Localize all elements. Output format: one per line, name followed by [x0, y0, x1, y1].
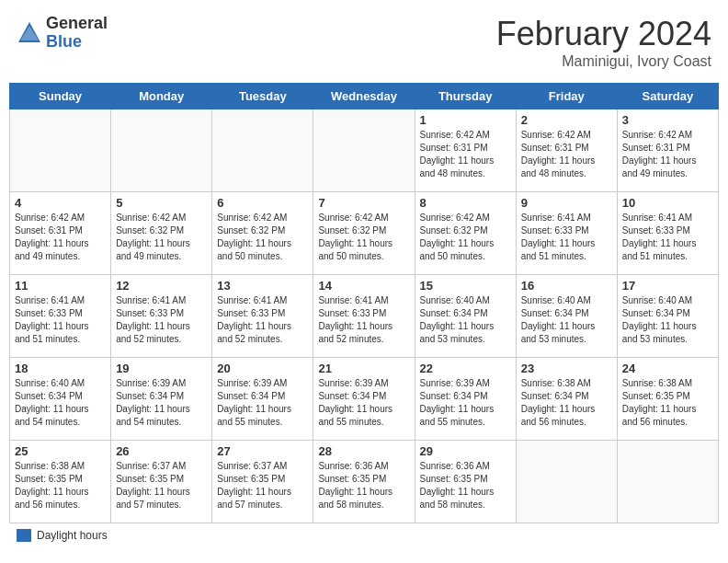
column-header-sunday: Sunday [10, 84, 111, 109]
day-number: 1 [420, 113, 511, 127]
calendar-cell [111, 109, 212, 192]
calendar-cell: 2Sunrise: 6:42 AM Sunset: 6:31 PM Daylig… [516, 109, 617, 192]
calendar-cell: 5Sunrise: 6:42 AM Sunset: 6:32 PM Daylig… [111, 192, 212, 275]
calendar-cell: 15Sunrise: 6:40 AM Sunset: 6:34 PM Dayli… [415, 275, 516, 358]
day-number: 27 [217, 444, 308, 458]
calendar-cell [313, 109, 415, 192]
day-info: Sunrise: 6:41 AM Sunset: 6:33 PM Dayligh… [318, 294, 409, 346]
calendar-cell: 11Sunrise: 6:41 AM Sunset: 6:33 PM Dayli… [10, 275, 111, 358]
title-area: February 2024 Maminigui, Ivory Coast [496, 15, 711, 70]
day-number: 16 [521, 279, 612, 293]
calendar-cell: 10Sunrise: 6:41 AM Sunset: 6:33 PM Dayli… [617, 192, 718, 275]
day-number: 20 [217, 362, 308, 375]
day-number: 25 [15, 444, 106, 458]
day-info: Sunrise: 6:40 AM Sunset: 6:34 PM Dayligh… [521, 294, 612, 346]
day-number: 5 [116, 196, 207, 210]
column-header-tuesday: Tuesday [212, 84, 313, 109]
day-number: 17 [622, 279, 713, 293]
calendar-week-row: 25Sunrise: 6:38 AM Sunset: 6:35 PM Dayli… [10, 441, 719, 523]
calendar-cell: 19Sunrise: 6:39 AM Sunset: 6:34 PM Dayli… [111, 358, 212, 441]
day-info: Sunrise: 6:36 AM Sunset: 6:35 PM Dayligh… [318, 460, 409, 511]
day-info: Sunrise: 6:42 AM Sunset: 6:31 PM Dayligh… [622, 129, 713, 180]
day-number: 23 [521, 362, 612, 375]
calendar-week-row: 4Sunrise: 6:42 AM Sunset: 6:31 PM Daylig… [10, 192, 719, 275]
calendar-cell: 13Sunrise: 6:41 AM Sunset: 6:33 PM Dayli… [212, 275, 313, 358]
legend: Daylight hours [9, 529, 719, 542]
svg-marker-1 [20, 26, 39, 40]
calendar-cell: 26Sunrise: 6:37 AM Sunset: 6:35 PM Dayli… [111, 441, 212, 523]
calendar-cell: 25Sunrise: 6:38 AM Sunset: 6:35 PM Dayli… [10, 441, 111, 523]
calendar-cell: 6Sunrise: 6:42 AM Sunset: 6:32 PM Daylig… [212, 192, 313, 275]
calendar-title: February 2024 [496, 15, 711, 53]
day-number: 10 [622, 196, 713, 210]
calendar-cell: 27Sunrise: 6:37 AM Sunset: 6:35 PM Dayli… [212, 441, 313, 523]
day-info: Sunrise: 6:42 AM Sunset: 6:32 PM Dayligh… [420, 212, 511, 263]
calendar-week-row: 18Sunrise: 6:40 AM Sunset: 6:34 PM Dayli… [10, 358, 719, 441]
day-info: Sunrise: 6:42 AM Sunset: 6:32 PM Dayligh… [318, 212, 409, 263]
calendar-cell: 14Sunrise: 6:41 AM Sunset: 6:33 PM Dayli… [313, 275, 415, 358]
day-number: 22 [420, 362, 511, 375]
calendar-subtitle: Maminigui, Ivory Coast [496, 53, 711, 70]
calendar-cell: 8Sunrise: 6:42 AM Sunset: 6:32 PM Daylig… [415, 192, 516, 275]
day-number: 21 [318, 362, 409, 375]
logo-icon [17, 20, 42, 46]
calendar-cell [212, 109, 313, 192]
day-info: Sunrise: 6:40 AM Sunset: 6:34 PM Dayligh… [15, 377, 106, 429]
day-number: 7 [318, 196, 409, 210]
day-info: Sunrise: 6:41 AM Sunset: 6:33 PM Dayligh… [217, 294, 308, 346]
calendar-cell: 18Sunrise: 6:40 AM Sunset: 6:34 PM Dayli… [10, 358, 111, 441]
calendar-week-row: 11Sunrise: 6:41 AM Sunset: 6:33 PM Dayli… [10, 275, 719, 358]
column-header-wednesday: Wednesday [313, 84, 415, 109]
calendar-cell: 1Sunrise: 6:42 AM Sunset: 6:31 PM Daylig… [415, 109, 516, 192]
calendar-cell [10, 109, 111, 192]
logo-general-text: General [46, 15, 108, 33]
day-number: 11 [15, 279, 106, 293]
day-info: Sunrise: 6:40 AM Sunset: 6:34 PM Dayligh… [622, 294, 713, 346]
day-info: Sunrise: 6:39 AM Sunset: 6:34 PM Dayligh… [116, 377, 207, 429]
day-number: 24 [622, 362, 713, 375]
day-info: Sunrise: 6:42 AM Sunset: 6:31 PM Dayligh… [420, 129, 511, 180]
day-number: 26 [116, 444, 207, 458]
calendar-cell: 3Sunrise: 6:42 AM Sunset: 6:31 PM Daylig… [617, 109, 718, 192]
day-number: 13 [217, 279, 308, 293]
calendar-header-row: SundayMondayTuesdayWednesdayThursdayFrid… [10, 84, 719, 109]
calendar-cell: 22Sunrise: 6:39 AM Sunset: 6:34 PM Dayli… [415, 358, 516, 441]
day-info: Sunrise: 6:41 AM Sunset: 6:33 PM Dayligh… [622, 212, 713, 263]
day-number: 9 [521, 196, 612, 210]
calendar-cell: 7Sunrise: 6:42 AM Sunset: 6:32 PM Daylig… [313, 192, 415, 275]
calendar-cell: 16Sunrise: 6:40 AM Sunset: 6:34 PM Dayli… [516, 275, 617, 358]
calendar-cell: 4Sunrise: 6:42 AM Sunset: 6:31 PM Daylig… [10, 192, 111, 275]
day-info: Sunrise: 6:42 AM Sunset: 6:31 PM Dayligh… [15, 212, 106, 263]
calendar-cell: 20Sunrise: 6:39 AM Sunset: 6:34 PM Dayli… [212, 358, 313, 441]
column-header-thursday: Thursday [415, 84, 516, 109]
calendar-cell: 9Sunrise: 6:41 AM Sunset: 6:33 PM Daylig… [516, 192, 617, 275]
day-info: Sunrise: 6:39 AM Sunset: 6:34 PM Dayligh… [217, 377, 308, 429]
day-number: 3 [622, 113, 713, 127]
daylight-indicator [17, 529, 31, 542]
calendar-cell [516, 441, 617, 523]
calendar-table: SundayMondayTuesdayWednesdayThursdayFrid… [9, 83, 719, 523]
day-info: Sunrise: 6:36 AM Sunset: 6:35 PM Dayligh… [420, 460, 511, 511]
column-header-saturday: Saturday [617, 84, 718, 109]
day-info: Sunrise: 6:41 AM Sunset: 6:33 PM Dayligh… [116, 294, 207, 346]
calendar-cell: 12Sunrise: 6:41 AM Sunset: 6:33 PM Dayli… [111, 275, 212, 358]
calendar-week-row: 1Sunrise: 6:42 AM Sunset: 6:31 PM Daylig… [10, 109, 719, 192]
logo-blue-text: Blue [46, 33, 108, 52]
column-header-friday: Friday [516, 84, 617, 109]
column-header-monday: Monday [111, 84, 212, 109]
day-info: Sunrise: 6:38 AM Sunset: 6:35 PM Dayligh… [15, 460, 106, 511]
day-number: 28 [318, 444, 409, 458]
day-info: Sunrise: 6:37 AM Sunset: 6:35 PM Dayligh… [217, 460, 308, 511]
day-info: Sunrise: 6:42 AM Sunset: 6:31 PM Dayligh… [521, 129, 612, 180]
legend-text: Daylight hours [37, 529, 108, 542]
day-number: 15 [420, 279, 511, 293]
header: General Blue February 2024 Maminigui, Iv… [9, 9, 719, 75]
calendar-cell: 24Sunrise: 6:38 AM Sunset: 6:35 PM Dayli… [617, 358, 718, 441]
day-number: 2 [521, 113, 612, 127]
day-number: 8 [420, 196, 511, 210]
day-info: Sunrise: 6:42 AM Sunset: 6:32 PM Dayligh… [217, 212, 308, 263]
calendar-cell: 17Sunrise: 6:40 AM Sunset: 6:34 PM Dayli… [617, 275, 718, 358]
calendar-cell: 23Sunrise: 6:38 AM Sunset: 6:34 PM Dayli… [516, 358, 617, 441]
day-info: Sunrise: 6:39 AM Sunset: 6:34 PM Dayligh… [318, 377, 409, 429]
logo: General Blue [17, 15, 108, 52]
